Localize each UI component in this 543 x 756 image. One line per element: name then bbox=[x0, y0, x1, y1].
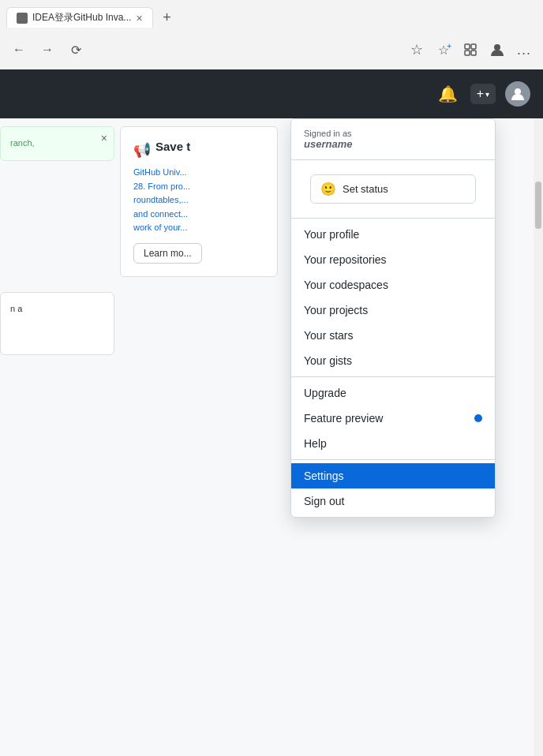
profile-links-section: Your profile Your repositories Your code… bbox=[291, 219, 495, 377]
set-status-label: Set status bbox=[343, 183, 388, 195]
scrollbar-thumb[interactable] bbox=[535, 182, 541, 229]
back-btn[interactable]: ← bbox=[6, 37, 32, 62]
promo-title: Save t bbox=[155, 140, 190, 153]
active-tab[interactable]: IDEA登录GitHub Inva... × bbox=[6, 7, 153, 28]
promo-body: GitHub Univ...28. From pro...roundtables… bbox=[133, 166, 264, 235]
menu-item-your-stars[interactable]: Your stars bbox=[291, 323, 495, 348]
user-avatar-btn[interactable] bbox=[505, 81, 530, 107]
add-favorites-btn[interactable]: ☆+ bbox=[431, 37, 456, 62]
create-new-btn[interactable]: + ▾ bbox=[470, 84, 496, 104]
dropdown-arrow-icon: ▾ bbox=[485, 90, 489, 99]
collections-btn[interactable] bbox=[458, 37, 483, 62]
menu-item-settings[interactable]: Settings bbox=[291, 463, 495, 488]
menu-username: username bbox=[304, 138, 482, 150]
more-btn[interactable]: ... bbox=[511, 37, 537, 62]
notification-card: × ranch, bbox=[0, 126, 114, 161]
signed-in-section: Signed in as username bbox=[291, 119, 495, 160]
user-dropdown-menu: Signed in as username 🙂 Set status Your … bbox=[290, 118, 496, 518]
second-card: n a bbox=[0, 292, 114, 355]
menu-item-sign-out[interactable]: Sign out bbox=[291, 488, 495, 514]
plus-icon: + bbox=[477, 87, 484, 101]
svg-point-5 bbox=[515, 88, 521, 95]
second-card-text: n a bbox=[10, 302, 104, 316]
svg-rect-3 bbox=[471, 51, 476, 55]
svg-rect-1 bbox=[471, 44, 476, 49]
tab-bar: IDEA登录GitHub Inva... × + bbox=[0, 0, 543, 30]
github-header: 🔔 + ▾ bbox=[0, 69, 543, 118]
feature-preview-badge bbox=[474, 414, 482, 422]
notification-icon: 🔔 bbox=[438, 84, 458, 103]
notification-text: ranch, bbox=[10, 137, 104, 151]
menu-item-help[interactable]: Help bbox=[291, 431, 495, 456]
browser-chrome: IDEA登录GitHub Inva... × + ← → ⟳ ☆ ☆+ bbox=[0, 0, 543, 69]
tab-favicon bbox=[17, 13, 28, 24]
status-emoji-icon: 🙂 bbox=[320, 182, 336, 196]
menu-item-your-projects[interactable]: Your projects bbox=[291, 298, 495, 323]
new-tab-btn[interactable]: + bbox=[156, 6, 178, 28]
forward-btn[interactable]: → bbox=[35, 37, 60, 62]
menu-item-your-codespaces[interactable]: Your codespaces bbox=[291, 272, 495, 298]
signed-in-label: Signed in as bbox=[304, 129, 482, 138]
toolbar-right: ☆ ☆+ ... bbox=[404, 37, 537, 62]
page-content: × ranch, 📢 Save t GitHub Univ...28. From… bbox=[0, 118, 543, 756]
tab-title: IDEA登录GitHub Inva... bbox=[32, 11, 131, 24]
learn-more-btn[interactable]: Learn mo... bbox=[133, 243, 202, 264]
notification-close-btn[interactable]: × bbox=[101, 132, 107, 144]
tab-close-btn[interactable]: × bbox=[136, 12, 142, 24]
promo-icon: 📢 bbox=[133, 141, 151, 159]
promo-card: 📢 Save t GitHub Univ...28. From pro...ro… bbox=[120, 126, 278, 277]
scrollbar[interactable] bbox=[534, 118, 543, 756]
feature-section: Upgrade Feature preview Help bbox=[291, 377, 495, 460]
svg-rect-0 bbox=[465, 44, 470, 49]
profile-btn[interactable] bbox=[485, 37, 510, 62]
settings-section: Settings Sign out bbox=[291, 460, 495, 517]
favorites-star-btn[interactable]: ☆ bbox=[404, 37, 429, 62]
menu-item-your-profile[interactable]: Your profile bbox=[291, 222, 495, 247]
menu-item-feature-preview[interactable]: Feature preview bbox=[291, 406, 495, 431]
svg-point-4 bbox=[494, 44, 500, 51]
browser-toolbar: ← → ⟳ ☆ ☆+ bbox=[0, 30, 543, 69]
set-status-btn[interactable]: 🙂 Set status bbox=[310, 174, 476, 204]
menu-item-upgrade[interactable]: Upgrade bbox=[291, 380, 495, 406]
notification-btn[interactable]: 🔔 bbox=[436, 81, 461, 107]
svg-rect-2 bbox=[465, 51, 470, 55]
refresh-btn[interactable]: ⟳ bbox=[63, 37, 88, 62]
menu-item-your-repositories[interactable]: Your repositories bbox=[291, 247, 495, 272]
menu-item-your-gists[interactable]: Your gists bbox=[291, 348, 495, 373]
